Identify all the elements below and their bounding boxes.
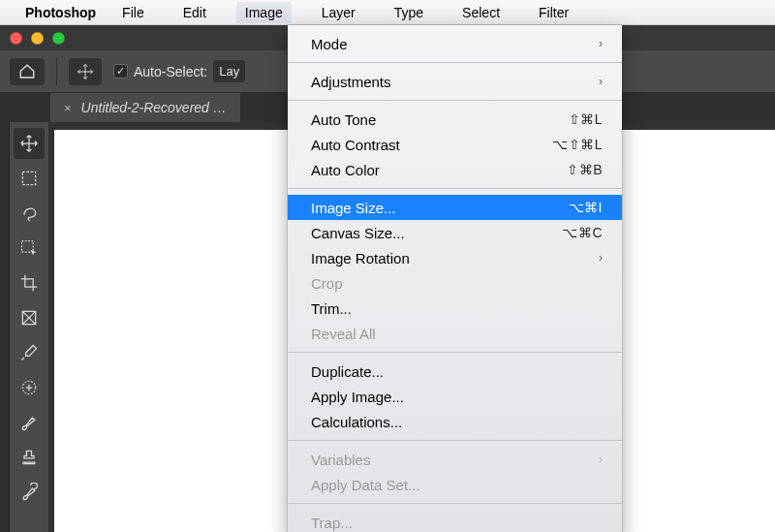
menu-item-reveal-all: Reveal All [288, 321, 622, 346]
menu-item-apply-image[interactable]: Apply Image... [288, 384, 622, 409]
menu-item-label: Auto Contrast [311, 137, 400, 153]
auto-select-target-dropdown[interactable]: Lay [213, 60, 245, 82]
tool-crop[interactable] [14, 267, 45, 298]
menu-filter[interactable]: Filter [530, 2, 577, 23]
tool-frame[interactable] [14, 302, 45, 333]
macos-menubar: Photoshop FileEditImageLayerTypeSelectFi… [0, 0, 775, 25]
menu-item-shortcut: ⌥⇧⌘L [552, 137, 603, 152]
chevron-right-icon: › [599, 75, 603, 88]
menu-item-label: Calculations... [311, 414, 402, 430]
tool-history-brush[interactable] [14, 477, 45, 508]
document-tab-title: Untitled-2-Recovered … [81, 100, 227, 115]
menu-item-label: Image Size... [311, 200, 396, 216]
menu-item-adjustments[interactable]: Adjustments› [288, 69, 622, 94]
menu-item-label: Mode [311, 36, 348, 52]
menu-item-auto-color[interactable]: Auto Color⇧⌘B [288, 157, 622, 182]
quick-select-icon [19, 238, 39, 258]
menu-item-label: Auto Color [311, 162, 380, 178]
tool-stamp[interactable] [14, 442, 45, 473]
menu-item-calculations[interactable]: Calculations... [288, 409, 622, 434]
menu-item-shortcut: ⌥⌘C [562, 225, 603, 240]
menu-item-label: Reveal All [311, 326, 376, 342]
options-separator [56, 58, 57, 85]
menu-item-shortcut: ⌥⌘I [569, 200, 603, 215]
tool-lasso[interactable] [14, 198, 45, 229]
svg-rect-0 [22, 172, 35, 184]
menu-separator [288, 503, 622, 504]
auto-select-group: ✓ Auto-Select: Lay [113, 60, 245, 82]
menu-separator [288, 62, 622, 63]
document-tab[interactable]: × Untitled-2-Recovered … [50, 93, 240, 122]
menu-item-label: Adjustments [311, 74, 391, 90]
menu-edit[interactable]: Edit [174, 2, 215, 23]
menu-item-label: Trim... [311, 300, 352, 317]
auto-select-label: Auto-Select: [134, 64, 207, 79]
menu-file[interactable]: File [113, 2, 153, 23]
menu-layer[interactable]: Layer [313, 2, 364, 23]
tool-healing[interactable] [14, 372, 45, 403]
stamp-icon [19, 448, 39, 467]
menu-item-trap: Trap... [288, 510, 622, 532]
lasso-icon [19, 203, 39, 223]
menu-item-label: Crop [311, 275, 343, 292]
eyedropper-icon [19, 343, 39, 362]
menu-select[interactable]: Select [453, 2, 509, 23]
tool-move[interactable] [14, 128, 45, 159]
history-brush-icon [19, 483, 39, 502]
chevron-right-icon: › [599, 251, 603, 265]
frame-icon [19, 308, 39, 328]
crop-icon [19, 273, 39, 293]
tool-marquee[interactable] [14, 163, 45, 194]
menu-separator [288, 100, 622, 101]
tool-palette [10, 122, 48, 532]
marquee-icon [19, 169, 39, 188]
image-menu-dropdown: Mode›Adjustments›Auto Tone⇧⌘LAuto Contra… [288, 25, 622, 532]
tool-indicator[interactable] [69, 58, 102, 85]
menu-image[interactable]: Image [236, 2, 292, 23]
zoom-window-button[interactable] [52, 32, 65, 45]
menu-item-mode[interactable]: Mode› [288, 31, 622, 56]
home-button[interactable] [10, 58, 45, 85]
app-name[interactable]: Photoshop [25, 5, 96, 20]
chevron-right-icon: › [599, 453, 603, 466]
tool-quick-select[interactable] [14, 233, 45, 264]
menu-item-label: Apply Image... [311, 389, 404, 405]
close-window-button[interactable] [10, 32, 22, 45]
menu-item-image-rotation[interactable]: Image Rotation› [288, 245, 622, 270]
menu-item-auto-contrast[interactable]: Auto Contrast⌥⇧⌘L [288, 132, 622, 157]
menu-item-canvas-size[interactable]: Canvas Size...⌥⌘C [288, 220, 622, 245]
menu-item-duplicate[interactable]: Duplicate... [288, 359, 622, 384]
move-tool-icon [77, 63, 94, 80]
menu-separator [288, 440, 622, 441]
menu-separator [288, 352, 622, 353]
brush-icon [19, 413, 39, 432]
menu-item-crop: Crop [288, 270, 622, 296]
minimize-window-button[interactable] [31, 32, 44, 45]
menu-separator [288, 188, 622, 189]
chevron-right-icon: › [599, 37, 603, 50]
menu-item-label: Image Rotation [311, 250, 410, 266]
menu-item-label: Duplicate... [311, 363, 384, 380]
menu-item-apply-data-set: Apply Data Set... [288, 472, 622, 497]
menu-item-label: Apply Data Set... [311, 477, 420, 493]
menu-item-image-size[interactable]: Image Size...⌥⌘I [288, 195, 622, 220]
tool-eyedropper[interactable] [14, 337, 45, 368]
menu-item-variables: Variables› [288, 447, 622, 472]
menu-item-shortcut: ⇧⌘L [569, 111, 603, 127]
menu-item-label: Canvas Size... [311, 225, 405, 241]
menu-item-label: Variables [311, 452, 370, 468]
left-gutter [0, 122, 10, 532]
menu-type[interactable]: Type [386, 2, 432, 23]
menu-item-label: Trap... [311, 515, 353, 531]
tool-brush[interactable] [14, 407, 45, 438]
menu-item-shortcut: ⇧⌘B [567, 162, 603, 177]
move-icon [19, 134, 39, 153]
menu-item-label: Auto Tone [311, 111, 376, 128]
menu-item-trim[interactable]: Trim... [288, 296, 622, 321]
auto-select-checkbox[interactable]: ✓ [113, 64, 128, 78]
close-tab-icon[interactable]: × [64, 101, 72, 115]
healing-icon [19, 378, 39, 397]
menu-item-auto-tone[interactable]: Auto Tone⇧⌘L [288, 107, 622, 132]
home-icon [18, 63, 36, 80]
